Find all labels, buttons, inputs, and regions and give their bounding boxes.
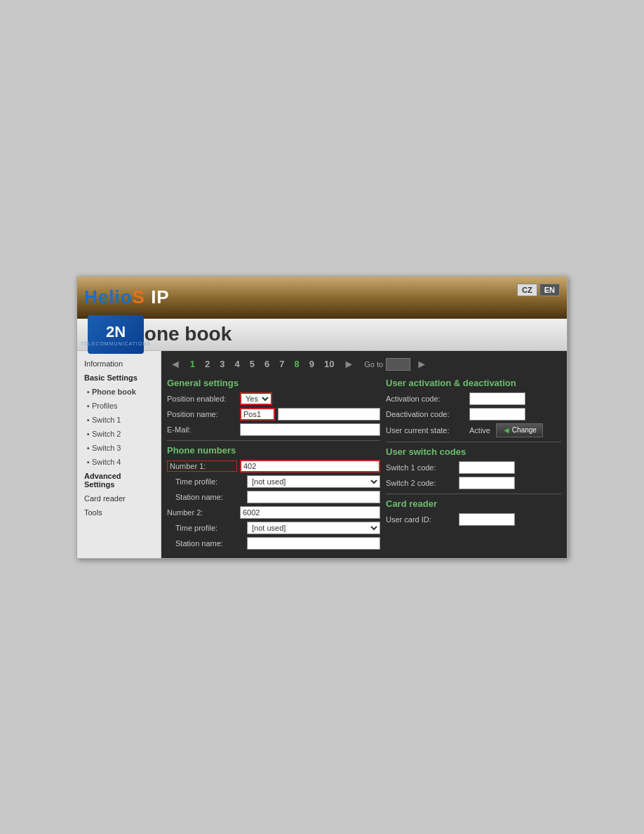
time-profile2-select[interactable]: [not used]: [247, 522, 380, 534]
sidebar-advanced-settings: Advanced Settings: [77, 469, 161, 491]
email-row: E-Mail:: [167, 423, 380, 436]
position-enabled-select[interactable]: Yes No: [240, 392, 272, 405]
nav-page-4[interactable]: 4: [232, 357, 243, 371]
number1-row: Number 1:: [167, 460, 380, 472]
user-activation-title: User activation & deactivation: [386, 378, 561, 388]
time-profile1-select[interactable]: [not used]: [247, 475, 380, 488]
position-enabled-label: Position enabled:: [167, 395, 237, 403]
user-card-id-row: User card ID:: [386, 513, 561, 526]
logo-2n-text: 2N: [106, 323, 126, 341]
general-settings-section: General settings Position enabled: Yes N…: [167, 378, 380, 436]
nav-page-5[interactable]: 5: [246, 357, 258, 371]
sidebar-item-switch1[interactable]: ▪Switch 1: [77, 413, 161, 427]
number2-row: Number 2:: [167, 506, 380, 519]
switch2-code-row: Switch 2 code:: [386, 477, 561, 489]
content-panel: ◄ 1 2 3 4 5 6 7 8 9 10 ► Go to ►: [161, 351, 567, 558]
time-profile2-label: Time profile:: [167, 524, 244, 532]
station-name1-row: Station name:: [167, 491, 380, 503]
user-switch-codes-section: User switch codes Switch 1 code: Switch …: [386, 446, 561, 489]
state-active-text: Active: [469, 426, 490, 435]
activation-code-input[interactable]: [469, 392, 525, 405]
change-arrow-icon: ◄: [502, 425, 511, 435]
user-state-label: User current state:: [386, 426, 467, 435]
email-input[interactable]: [240, 423, 380, 436]
number2-label: Number 2:: [167, 508, 237, 517]
nav-page-3[interactable]: 3: [216, 357, 228, 371]
position-name-input[interactable]: [240, 408, 275, 421]
nav-next-arrow[interactable]: ►: [340, 357, 357, 372]
general-settings-title: General settings: [167, 378, 380, 388]
right-column: User activation & deactivation Activatio…: [386, 378, 561, 552]
lang-en-button[interactable]: EN: [539, 284, 560, 296]
time-profile1-row: Time profile: [not used]: [167, 475, 380, 488]
logo-2n-sub: TELECOMMUNICATIONS: [81, 341, 151, 346]
nav-prev-arrow[interactable]: ◄: [167, 357, 184, 372]
divider-1: [167, 440, 380, 441]
change-button[interactable]: ◄ Change: [496, 423, 543, 437]
sidebar-item-information[interactable]: Information: [77, 357, 161, 371]
user-card-id-label: User card ID:: [386, 515, 456, 524]
user-switch-codes-title: User switch codes: [386, 446, 561, 457]
nav-bar: ◄ 1 2 3 4 5 6 7 8 9 10 ► Go to ►: [167, 357, 561, 372]
switch2-code-label: Switch 2 code:: [386, 479, 456, 487]
number1-input[interactable]: [240, 460, 380, 472]
two-col-layout: General settings Position enabled: Yes N…: [167, 378, 561, 552]
switch2-code-input[interactable]: [459, 477, 515, 489]
user-activation-section: User activation & deactivation Activatio…: [386, 378, 561, 437]
header-bar: HelioS IP CZ EN: [77, 277, 567, 319]
deactivation-code-input[interactable]: [469, 408, 525, 421]
station-name2-input[interactable]: [247, 537, 380, 550]
bullet-switch2: ▪: [87, 430, 90, 438]
nav-page-1[interactable]: 1: [187, 357, 199, 371]
lang-cz-button[interactable]: CZ: [517, 284, 537, 296]
sidebar-item-tools[interactable]: Tools: [77, 505, 161, 519]
bullet-phone-book: ▪: [87, 388, 90, 396]
bullet-switch1: ▪: [87, 416, 90, 424]
position-name-label: Position name:: [167, 410, 237, 418]
phone-numbers-section: Phone numbers Number 1: Time profile: [n…: [167, 445, 380, 550]
user-card-id-input[interactable]: [459, 513, 515, 526]
email-label: E-Mail:: [167, 425, 237, 434]
activation-code-row: Activation code:: [386, 392, 561, 405]
position-name-row: Position name:: [167, 408, 380, 421]
nav-goto-input[interactable]: [386, 358, 410, 371]
switch1-code-row: Switch 1 code:: [386, 461, 561, 474]
activation-code-label: Activation code:: [386, 395, 467, 403]
divider-3: [386, 494, 561, 494]
sidebar-item-profiles[interactable]: ▪Profiles: [77, 399, 161, 413]
bullet-profiles: ▪: [87, 402, 90, 410]
nav-goto-arrow[interactable]: ►: [413, 357, 430, 372]
card-reader-section: Card reader User card ID:: [386, 498, 561, 526]
nav-page-6[interactable]: 6: [261, 357, 273, 371]
time-profile1-label: Time profile:: [167, 477, 244, 486]
switch1-code-input[interactable]: [459, 461, 515, 474]
nav-goto-label: Go to: [364, 360, 383, 369]
bullet-switch3: ▪: [87, 444, 90, 452]
station-name1-label: Station name:: [167, 493, 244, 501]
logo-2n: 2N TELECOMMUNICATIONS: [88, 315, 144, 354]
main-content: Information Basic Settings ▪Phone book ▪…: [77, 351, 567, 558]
divider-2: [386, 442, 561, 442]
deactivation-code-label: Deactivation code:: [386, 410, 467, 418]
nav-page-9[interactable]: 9: [306, 357, 318, 371]
sidebar-item-switch4[interactable]: ▪Switch 4: [77, 455, 161, 469]
bullet-switch4: ▪: [87, 458, 90, 466]
user-state-row: User current state: Active ◄ Change: [386, 423, 561, 437]
number2-input[interactable]: [240, 506, 380, 519]
position-name-extra-input[interactable]: [278, 408, 380, 421]
sidebar-item-switch3[interactable]: ▪Switch 3: [77, 441, 161, 455]
nav-page-7[interactable]: 7: [276, 357, 288, 371]
sidebar-item-switch2[interactable]: ▪Switch 2: [77, 427, 161, 441]
sidebar-basic-settings: Basic Settings: [77, 371, 161, 385]
switch1-code-label: Switch 1 code:: [386, 463, 456, 472]
station-name1-input[interactable]: [247, 491, 380, 503]
nav-page-2[interactable]: 2: [201, 357, 213, 371]
left-column: General settings Position enabled: Yes N…: [167, 378, 380, 552]
deactivation-code-row: Deactivation code:: [386, 408, 561, 421]
nav-page-8[interactable]: 8: [290, 357, 302, 371]
sidebar-item-phone-book[interactable]: ▪Phone book: [77, 385, 161, 399]
nav-page-10[interactable]: 10: [321, 357, 337, 371]
sidebar-item-card-reader[interactable]: Card reader: [77, 491, 161, 505]
sidebar: Information Basic Settings ▪Phone book ▪…: [77, 351, 161, 558]
lang-buttons: CZ EN: [517, 284, 560, 296]
